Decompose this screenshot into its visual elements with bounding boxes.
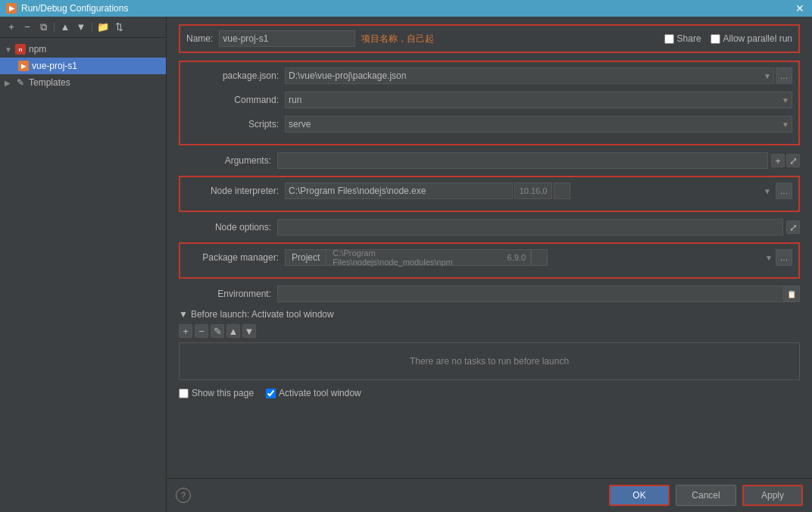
show-page-text: Show this page [192, 388, 254, 398]
package-json-input[interactable] [285, 67, 774, 84]
npm-label: npm [29, 44, 46, 55]
tree-npm-group[interactable]: ▼ n npm [0, 41, 166, 58]
environment-browse-button[interactable]: 📋 [783, 286, 800, 302]
scripts-label: Scripts: [186, 119, 285, 130]
package-json-label: package.json: [186, 70, 285, 81]
show-page-label[interactable]: Show this page [179, 388, 254, 398]
tree-vue-proj[interactable]: ▶ vue-proj-s1 [0, 58, 166, 74]
vue-proj-label: vue-proj-s1 [32, 61, 77, 71]
help-icon: ? [181, 491, 186, 500]
name-label: Name: [186, 33, 213, 44]
node-interpreter-browse-button[interactable]: … [776, 183, 792, 199]
package-manager-dropdown[interactable] [531, 249, 548, 266]
before-launch-remove-button[interactable]: − [195, 324, 208, 338]
arguments-row: Arguments: + ⤢ [179, 151, 800, 170]
share-checkbox[interactable] [664, 34, 674, 44]
node-options-label: Node options: [179, 222, 277, 233]
activate-tool-window-label[interactable]: Activate tool window [266, 388, 361, 398]
pm-arrow: ▼ [765, 254, 773, 262]
allow-parallel-checkbox[interactable] [710, 34, 720, 44]
expand-arrow-templates: ▶ [5, 79, 12, 87]
move-down-button[interactable]: ▼ [74, 20, 88, 34]
node-options-input[interactable] [277, 219, 783, 236]
sort-button[interactable]: ⇅ [112, 20, 126, 34]
pm-path-text: C:\Program Files\nodejs\node_modules\npm [326, 248, 502, 267]
arguments-add-button[interactable]: + [771, 154, 785, 167]
node-options-row: Node options: ⤢ [179, 218, 800, 236]
name-input[interactable] [219, 30, 355, 47]
arguments-input[interactable] [277, 152, 768, 169]
environment-input[interactable] [277, 286, 783, 302]
folder-button[interactable]: 📁 [96, 20, 110, 34]
node-version-text: 10.16.0 [520, 186, 548, 195]
app-icon: ▶ [6, 3, 17, 14]
scripts-row: Scripts: serve build ▼ [186, 115, 792, 133]
package-json-row: package.json: ▼ … [186, 67, 792, 85]
before-launch-label: Before launch: Activate tool window [191, 309, 334, 320]
activate-tool-window-checkbox[interactable] [266, 389, 276, 398]
add-config-button[interactable]: + [5, 20, 18, 34]
command-select[interactable]: run install test [285, 92, 792, 108]
package-json-browse-button[interactable]: … [776, 67, 792, 84]
allow-parallel-text: Allow parallel run [723, 33, 792, 44]
remove-config-button[interactable]: − [20, 20, 34, 34]
before-launch-toolbar: + − ✎ ▲ ▼ [179, 324, 800, 338]
templates-label: Templates [29, 77, 70, 88]
tree-templates[interactable]: ▶ ✎ Templates [0, 74, 166, 91]
no-tasks-text: There are no tasks to run before launch [410, 356, 569, 367]
show-page-checkbox[interactable] [179, 389, 189, 398]
pm-project-text: Project [286, 250, 326, 265]
footer-right: OK Cancel Apply [609, 485, 803, 506]
node-interpreter-row: Node interpreter: 10.16.0 ▼ … [186, 182, 792, 200]
command-label: Command: [186, 95, 285, 105]
before-launch-up-button[interactable]: ▲ [226, 324, 240, 338]
activate-tool-window-text: Activate tool window [279, 388, 361, 398]
sidebar-toolbar: + − ⧉ ▲ ▼ 📁 ⇅ [0, 17, 166, 38]
config-form: Name: 项目名称，自己起 Share Allow parallel run [167, 17, 812, 478]
arguments-label: Arguments: [179, 155, 277, 166]
package-manager-field: Project C:\Program Files\nodejs\node_mod… [285, 249, 531, 266]
pm-version-text: 6.9.0 [503, 253, 530, 262]
close-button[interactable]: ✕ [794, 2, 806, 14]
package-manager-row: Package manager: Project C:\Program File… [186, 248, 792, 267]
before-launch-edit-button[interactable]: ✎ [211, 324, 224, 338]
node-version-badge: 10.16.0 [514, 183, 553, 199]
footer-left: ? [176, 488, 191, 503]
apply-button[interactable]: Apply [742, 485, 803, 506]
arguments-expand-button[interactable]: ⤢ [786, 154, 800, 167]
sidebar: + − ⧉ ▲ ▼ 📁 ⇅ ▼ n npm ▶ vue-proj-s1 [0, 17, 167, 512]
footer: ? OK Cancel Apply [167, 478, 812, 512]
title-bar: ▶ Run/Debug Configurations ✕ [0, 0, 812, 17]
vue-proj-icon: ▶ [18, 61, 29, 71]
move-up-button[interactable]: ▲ [58, 20, 72, 34]
node-interpreter-input[interactable] [285, 183, 513, 199]
before-launch-header: ▼ Before launch: Activate tool window [179, 309, 800, 320]
ok-button[interactable]: OK [609, 485, 670, 506]
environment-row: Environment: 📋 [179, 285, 800, 303]
share-checkbox-label[interactable]: Share [664, 33, 701, 44]
templates-icon: ✎ [15, 77, 26, 88]
package-manager-browse-button[interactable]: … [776, 249, 792, 266]
expand-arrow-npm: ▼ [5, 45, 12, 54]
before-launch-add-button[interactable]: + [179, 324, 192, 338]
node-interpreter-label: Node interpreter: [186, 186, 285, 196]
copy-config-button[interactable]: ⧉ [36, 20, 50, 34]
package-manager-label: Package manager: [186, 252, 285, 263]
share-label: Share [677, 33, 701, 44]
toolbar-separator-2 [92, 22, 92, 33]
before-launch-down-button[interactable]: ▼ [242, 324, 256, 338]
sidebar-tree: ▼ n npm ▶ vue-proj-s1 ▶ ✎ Templates [0, 38, 166, 512]
cancel-button[interactable]: Cancel [676, 485, 736, 506]
title-bar-label: Run/Debug Configurations [21, 3, 128, 14]
toolbar-separator [54, 22, 55, 33]
help-button[interactable]: ? [176, 488, 191, 503]
scripts-select[interactable]: serve build [285, 116, 792, 133]
before-launch-section: ▼ Before launch: Activate tool window + … [179, 309, 800, 380]
node-options-expand-button[interactable]: ⤢ [786, 220, 800, 234]
allow-parallel-label[interactable]: Allow parallel run [710, 33, 792, 44]
npm-icon: n [15, 44, 26, 55]
environment-label: Environment: [179, 289, 277, 299]
no-tasks-area: There are no tasks to run before launch [179, 342, 800, 380]
node-interpreter-dropdown[interactable] [554, 183, 570, 199]
name-comment: 项目名称，自己起 [361, 33, 434, 45]
